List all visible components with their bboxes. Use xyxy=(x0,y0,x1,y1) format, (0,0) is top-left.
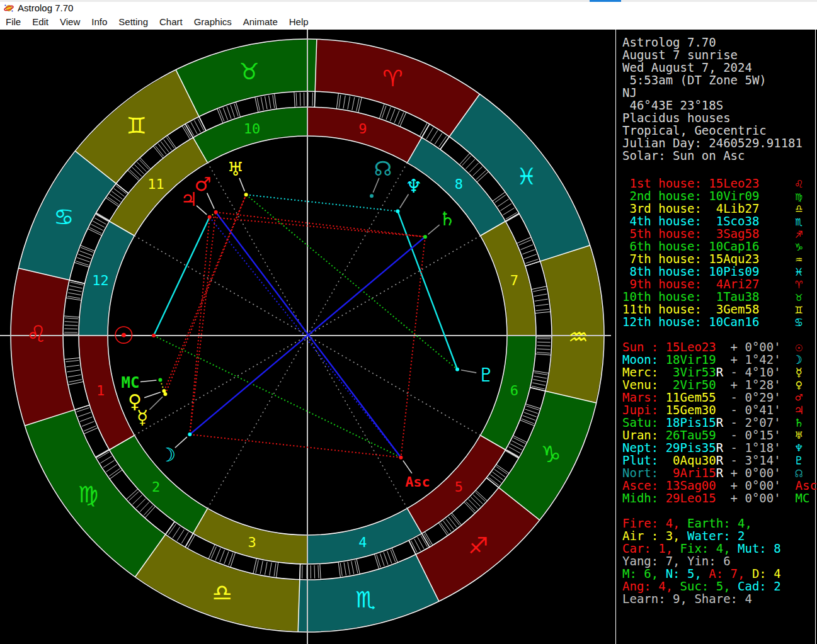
house-sector-6 xyxy=(481,336,535,449)
panel-text-segment: 1st house: 15Leo23 ♌ xyxy=(622,176,803,190)
panel-text-segment: 9Ari15 xyxy=(666,466,716,480)
panel-divider xyxy=(615,30,616,644)
menu-bar: FileEditViewInfoSettingChartGraphicsAnim… xyxy=(0,15,817,30)
app-icon xyxy=(4,3,14,13)
panel-text-segment: MC xyxy=(781,491,810,505)
wheel-sign-glyph-cancer: ♋ xyxy=(54,204,74,230)
pointer-moon xyxy=(175,437,187,448)
panel-text-segment: - 4°10' xyxy=(723,365,781,379)
info-panel: Astrolog 7.70August 7 sunriseWed August … xyxy=(622,36,815,605)
panel-text-segment: 29Pis35 xyxy=(666,441,716,455)
aspect-line-jupiter-asc xyxy=(210,217,401,458)
panel-text-segment: Learn: 9, Share: 4 xyxy=(622,592,752,606)
panel-text-segment: 2nd house: 10Vir09 ♍ xyxy=(622,189,803,203)
wheel-sign-glyph-virgo: ♍ xyxy=(78,482,98,507)
panel-line: 3rd house: 4Lib27 ♎ xyxy=(622,202,815,215)
panel-text-segment: 18Vir19 xyxy=(666,353,716,366)
wheel-sign-glyph-taurus: ♉ xyxy=(239,59,260,84)
aspect-line-venus-uranus xyxy=(164,195,246,391)
panel-text-segment: Uran: xyxy=(622,428,666,442)
house-cusp-line xyxy=(307,336,408,509)
house-cusp-line xyxy=(307,336,481,436)
panel-text-segment: Asc xyxy=(781,478,817,492)
aspect-line-sun-asc xyxy=(154,336,401,458)
aspect-line-sun-jupiter xyxy=(154,217,210,336)
menu-item-edit[interactable]: Edit xyxy=(26,15,54,29)
menu-item-info[interactable]: Info xyxy=(86,15,113,29)
panel-line: Fire: 4, Earth: 4, xyxy=(622,517,815,529)
panel-text-segment: Yang: 7, Yin: 6 xyxy=(622,554,731,568)
panel-text-segment: 5th house: 3Sag58 ♐ xyxy=(622,227,803,240)
wheel-planet-glyph-jupiter: ♃ xyxy=(181,188,198,210)
astro-wheel: ♈♉♊♋♌♍♎♏♐♑♒♓123456789101112☉☽☿♀♂♃♄♅♆♇☊As… xyxy=(0,30,615,644)
panel-text-segment: 18Pis15 xyxy=(666,415,716,429)
panel-line: 8th house: 10Pis09 ♓ xyxy=(622,265,815,278)
wheel-sign-glyph-libra: ♎ xyxy=(212,580,232,606)
panel-line: 9th house: 4Ari27 ♈ xyxy=(622,278,815,290)
menu-item-view[interactable]: View xyxy=(54,15,86,29)
wheel-planet-glyph-sun: ☉ xyxy=(113,322,134,349)
panel-line: Plut: 0Aqu30R - 3°14' ♇ xyxy=(622,454,815,466)
house-cusp-line xyxy=(208,162,308,336)
panel-text-segment: R xyxy=(716,441,723,455)
panel-text-segment: NJ xyxy=(622,86,637,99)
house-cusp-line xyxy=(134,336,307,436)
panel-text-segment: Suc: 5, xyxy=(673,579,731,593)
aspect-line-mars-asc xyxy=(216,212,401,458)
panel-line: Merc: 3Vir53R - 4°10' ☿ xyxy=(622,366,815,378)
panel-line: 4th house: 1Sco38 ♏ xyxy=(622,215,815,227)
panel-text-segment: + 1°42' xyxy=(716,353,781,366)
panel-text-segment: ♆ xyxy=(781,441,803,455)
panel-line: Astrolog 7.70 xyxy=(622,36,815,48)
menu-item-setting[interactable]: Setting xyxy=(113,15,154,29)
panel-text-segment: Nort: xyxy=(622,466,666,480)
panel-text-segment: - 2°07' xyxy=(723,415,781,429)
panel-text-segment: 12th house: 10Can16 ♋ xyxy=(622,315,803,329)
panel-text-segment: Sun : xyxy=(622,340,666,354)
panel-text-segment: 3rd house: 4Lib27 ♎ xyxy=(622,201,803,215)
panel-text-segment: Jupi: xyxy=(622,403,666,417)
wheel-house-number-7: 7 xyxy=(510,273,518,288)
wheel-sign-glyph-gemini: ♊ xyxy=(127,113,147,138)
pointer-pluto xyxy=(461,370,476,373)
menu-item-animate[interactable]: Animate xyxy=(237,15,283,29)
wheel-planet-glyph-mc: MC xyxy=(122,374,140,392)
panel-text-segment: ♃ xyxy=(781,403,803,417)
panel-text-segment: - 0°41' xyxy=(716,403,781,417)
menu-item-file[interactable]: File xyxy=(0,15,26,29)
panel-text-segment: Mars: xyxy=(622,390,666,404)
panel-line: NJ xyxy=(622,86,815,99)
pointer-saturn xyxy=(428,225,440,234)
aspect-line-mars-saturn xyxy=(216,212,425,237)
panel-text-segment: Asce: xyxy=(622,478,666,492)
wheel-sign-glyph-capricorn: ♑ xyxy=(540,441,561,467)
menu-item-graphics[interactable]: Graphics xyxy=(188,15,237,29)
panel-text-segment: Tropical, Geocentric xyxy=(622,123,767,137)
panel-text-segment: ☿ xyxy=(781,365,803,379)
panel-text-segment: - 3°14' xyxy=(723,453,781,467)
panel-text-segment: Satu: xyxy=(622,415,666,429)
wheel-planet-glyph-uranus: ♅ xyxy=(227,158,244,180)
panel-line: Yang: 7, Yin: 6 xyxy=(622,555,815,567)
pointer-mc xyxy=(140,380,157,381)
panel-text-segment: Solar: Sun on Asc xyxy=(622,149,745,162)
menu-item-chart[interactable]: Chart xyxy=(154,15,188,29)
planet-dot-pluto xyxy=(455,368,459,371)
house-cusp-line xyxy=(307,236,481,336)
pointer-asc xyxy=(403,461,412,473)
panel-text-segment: R xyxy=(716,365,723,379)
panel-text-segment: - 0°15' xyxy=(716,428,781,442)
panel-text-segment: - 0°29' xyxy=(716,390,781,404)
panel-text-segment: 15Gem30 xyxy=(666,403,716,417)
wheel-house-number-6: 6 xyxy=(510,383,518,398)
title-bar: Astrolog 7.70 xyxy=(0,2,817,15)
wheel-house-number-9: 9 xyxy=(358,121,367,137)
menu-item-help[interactable]: Help xyxy=(283,15,314,29)
planet-dot-jupiter xyxy=(208,215,212,219)
aspect-line-jupiter-saturn xyxy=(210,217,425,237)
panel-text-segment: 46°43E 23°18S xyxy=(622,98,723,112)
panel-text-segment: Astrolog 7.70 xyxy=(622,35,716,49)
chart-window: ♈♉♊♋♌♍♎♏♐♑♒♓123456789101112☉☽☿♀♂♃♄♅♆♇☊As… xyxy=(0,30,817,644)
panel-line: Air : 3, Water: 2 xyxy=(622,529,815,542)
panel-text-segment: Cad: 2 xyxy=(731,579,781,593)
